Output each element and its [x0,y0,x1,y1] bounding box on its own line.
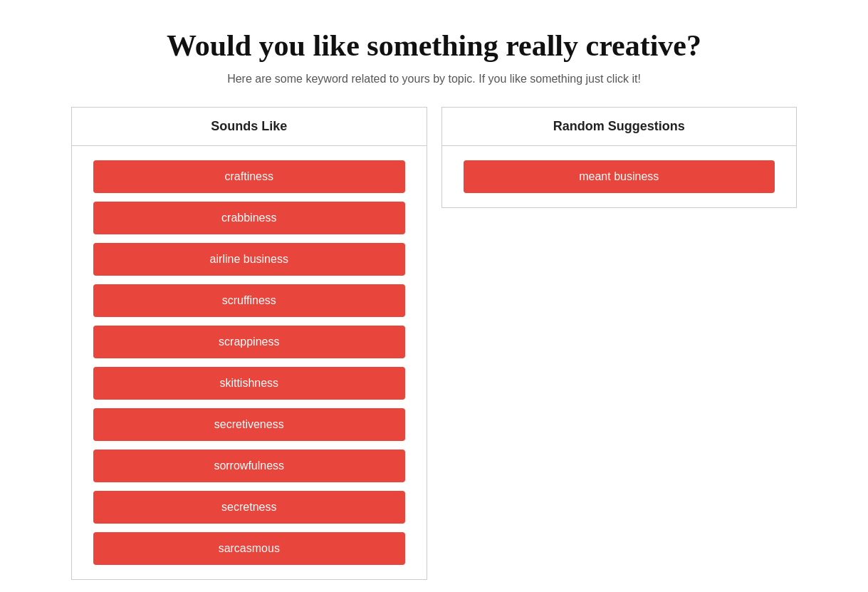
sounds-like-btn-0[interactable]: craftiness [93,160,405,193]
sounds-like-btn-3[interactable]: scruffiness [93,284,405,317]
sounds-like-column: Sounds Like craftinesscrabbinessairline … [71,107,427,580]
sounds-like-btn-2[interactable]: airline business [93,243,405,276]
random-suggestion-btn-0[interactable]: meant business [464,160,775,193]
columns-wrapper: Sounds Like craftinesscrabbinessairline … [71,107,797,580]
page-container: Would you like something really creative… [0,0,868,592]
random-suggestions-content: meant business [442,146,797,207]
page-title: Would you like something really creative… [71,28,797,63]
sounds-like-content: craftinesscrabbinessairline businessscru… [72,146,427,579]
sounds-like-btn-1[interactable]: crabbiness [93,202,405,234]
sounds-like-header: Sounds Like [72,108,427,146]
sounds-like-btn-9[interactable]: sarcasmous [93,532,405,565]
sounds-like-btn-8[interactable]: secretness [93,491,405,524]
page-subtitle: Here are some keyword related to yours b… [71,73,797,85]
sounds-like-btn-7[interactable]: sorrowfulness [93,450,405,482]
sounds-like-btn-6[interactable]: secretiveness [93,408,405,441]
sounds-like-btn-5[interactable]: skittishness [93,367,405,400]
sounds-like-btn-4[interactable]: scrappiness [93,326,405,358]
random-suggestions-header: Random Suggestions [442,108,797,146]
random-suggestions-column: Random Suggestions meant business [441,107,798,208]
